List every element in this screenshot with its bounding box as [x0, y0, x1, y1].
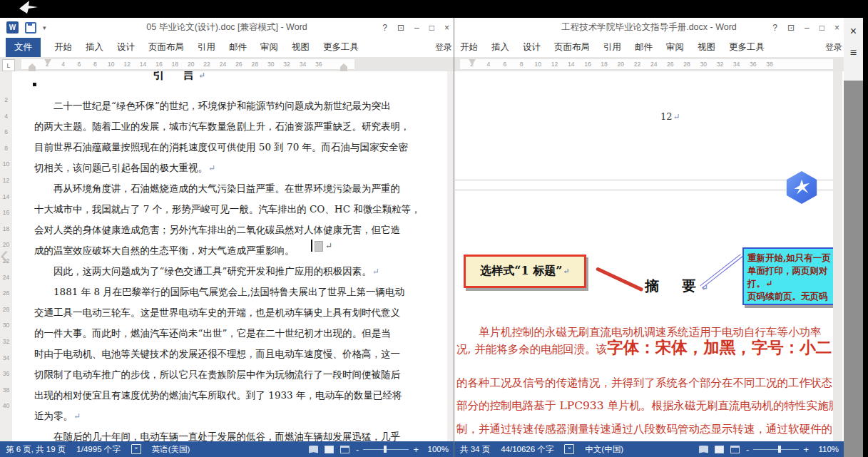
proofing-status-icon[interactable]: × — [564, 444, 574, 454]
menu-tab[interactable]: 视图 — [698, 41, 715, 53]
left-vertical-scrollbar[interactable] — [447, 71, 454, 441]
document-line[interactable]: 时由于电动机、电池等关键技术的发展还很不理想，而且电动车速度慢、价格高，这一 — [34, 344, 375, 364]
web-layout-icon[interactable] — [730, 446, 740, 453]
menu-tab[interactable]: 开始 — [460, 41, 478, 53]
menu-tab[interactable]: 页面布局 — [148, 41, 184, 53]
right-document-page[interactable]: 12↵ 选样式“1 标题”↵ 摘 要↵ 重新开始,如只有一页单面打印，两页则对打… — [455, 71, 833, 441]
document-line[interactable]: 目前世界石油蕴藏量按照现在的消耗速度仅可供使用 50 到 70 年。而石油与国家… — [34, 137, 375, 158]
page-info[interactable]: 第 6 页, 共 19 页 — [6, 444, 66, 455]
help-icon[interactable]: ? — [382, 23, 387, 33]
menu-tab[interactable]: 邮件 — [229, 41, 247, 53]
ruler-number: 24 — [645, 61, 662, 68]
left-document-page[interactable]: 引 言↵ 二十一世纪是“绿色环保”的世纪，环境保护和能源节约问题成为新世纪最为突… — [12, 71, 448, 441]
file-tab[interactable]: 文件 — [6, 38, 41, 57]
document-line-red[interactable]: 的各种工况及信号的传递情况，并得到了系统各个部分在不同工况的工作状态 — [456, 371, 832, 391]
document-line-red[interactable]: 况, 并能将多余的电能回溃。该字体：宋体，加黑，字号：小二 — [456, 337, 832, 359]
maximize-icon[interactable]: □ — [429, 23, 434, 33]
ruler-number: 12 — [0, 173, 12, 189]
document-line[interactable]: 在随后的几十年间，电动车辆一直处于发展的低谷，而燃油车辆却发展迅猛，几乎 — [34, 426, 375, 441]
menu-tab[interactable]: 审阅 — [666, 41, 684, 53]
read-mode-icon[interactable] — [309, 446, 318, 453]
right-title-bar[interactable]: 工程技术学院毕业论文指导手册.docx - Word ? ⊡ – □ × — [454, 18, 844, 37]
save-icon[interactable] — [25, 22, 36, 34]
document-line[interactable]: 成的温室效应破坏大自然的生态平衡，对大气造成严重影响。 — [34, 240, 375, 261]
menu-tab[interactable]: 插入 — [86, 41, 103, 53]
ruler-number: 26 — [0, 285, 12, 302]
language-status[interactable]: 英语(美国) — [152, 444, 190, 455]
right-horizontal-ruler[interactable]: 2468101214161820222426283032343638 — [454, 57, 844, 71]
left-horizontal-ruler[interactable]: L 24681012141618202224262830323436 — [0, 57, 454, 71]
page-info[interactable]: 共 34 页 — [460, 444, 490, 455]
document-line[interactable]: 二十一世纪是“绿色环保”的世纪，环境保护和能源节约问题成为新世纪最为突出 — [34, 96, 375, 116]
ruler-number: 28 — [0, 302, 12, 318]
menu-tab[interactable]: 引用 — [198, 41, 215, 53]
qat-customize-icon[interactable]: ▾ — [43, 24, 46, 31]
print-layout-icon[interactable] — [715, 446, 724, 453]
zoom-slider[interactable] — [753, 446, 799, 453]
menu-tab[interactable]: 页面布局 — [554, 41, 590, 53]
previous-chevron-icon[interactable]: ‹ — [0, 241, 9, 269]
zoom-level[interactable]: 110% — [813, 445, 839, 453]
help-icon[interactable]: ? — [772, 23, 777, 33]
zoom-in-button[interactable]: + — [413, 444, 419, 455]
document-line[interactable]: 的两大主题。随着工业的发展，城市汽车数量急剧上升，石油资源严重缺乏。研究表明， — [34, 116, 375, 137]
menu-tab[interactable]: 邮件 — [635, 41, 653, 53]
menu-tab[interactable]: 设计 — [117, 41, 135, 53]
sign-in-link[interactable]: 登录 — [435, 41, 452, 53]
close-icon[interactable]: × — [444, 23, 449, 33]
language-status[interactable]: 中文(中国) — [585, 444, 623, 455]
proofing-status-icon[interactable]: × — [131, 444, 141, 454]
menu-tab[interactable]: 插入 — [491, 41, 509, 53]
zoom-slider-thumb[interactable] — [384, 446, 387, 453]
document-line[interactable]: 交通工具一电动三轮车。这是世界电动车史的开端，也是机动车辆史上具有划时代意义 — [34, 302, 375, 323]
zoom-in-button[interactable]: + — [803, 444, 809, 455]
menu-tab[interactable]: 更多工具 — [729, 41, 765, 53]
ruler-number: 18 — [596, 61, 613, 68]
tab-selector[interactable]: L — [2, 59, 15, 71]
zoom-slider[interactable] — [363, 446, 409, 453]
ruler-number: 18 — [167, 61, 183, 68]
document-line[interactable]: 的一件大事。而此时，燃油汽车还尚未“出世”，它是在二十世纪初才出现的。但是当 — [34, 323, 375, 344]
print-layout-icon[interactable] — [325, 446, 334, 453]
zoom-out-button[interactable]: - — [356, 444, 359, 455]
maximize-icon[interactable]: □ — [820, 23, 824, 33]
ribbon-display-icon[interactable]: ⊡ — [787, 23, 795, 33]
close-icon[interactable]: × — [834, 23, 839, 33]
zoom-slider-thumb[interactable] — [778, 446, 781, 453]
document-line[interactable]: 出现的相对便宜且有速度优势的燃油汽车所取代。到了 1933 年，电动车的数量已经… — [34, 385, 375, 406]
document-line[interactable]: 会对人类的身体健康造成危害；另外汽车排出的二氧化碳虽然对人体健康无害，但它造 — [34, 220, 375, 240]
quick-access-toolbar: W ▾ — [0, 21, 46, 34]
right-vertical-scrollbar[interactable] — [833, 71, 842, 441]
menu-tab[interactable]: 更多工具 — [323, 41, 359, 53]
menu-tab[interactable]: 审阅 — [260, 41, 278, 53]
web-layout-icon[interactable] — [340, 446, 349, 453]
document-line-red[interactable]: 制，并通过转速传感器测量转速通过八段数码管动态显示转速，通过软硬件的 — [456, 418, 832, 437]
left-title-bar[interactable]: 05 毕业论文(设计).doc [兼容模式] - Word W ▾ ? ⊡ – … — [0, 18, 454, 37]
document-line[interactable]: 切相关，该问题己引起各国的极大重视。↵ — [34, 158, 375, 178]
menu-tab[interactable]: 设计 — [523, 41, 541, 53]
panel-close-icon[interactable]: × — [850, 26, 857, 36]
document-line[interactable]: 因此，这两大问题成为了“绿色交通工具”研究开发和推广应用的积极因素。↵ — [34, 261, 375, 282]
back-arrow-icon[interactable] — [17, 0, 40, 17]
menu-tab[interactable]: 视图 — [292, 41, 310, 53]
minimize-icon[interactable]: – — [414, 23, 419, 33]
ruler-number: 10 — [530, 61, 546, 68]
word-count[interactable]: 1/4995 个字 — [76, 444, 120, 455]
document-line[interactable]: 再从环境角度讲，石油燃烧造成的大气污染日益严重。在世界环境污染最为严重的 — [34, 178, 375, 199]
panel-menu-icon[interactable]: ≡ — [850, 48, 857, 58]
document-line-red[interactable]: 部分的控制电路基于 LPC933 单片机。根据永磁无刷直流电动机的特性实施脉 — [456, 394, 833, 414]
menu-tab[interactable]: 引用 — [603, 41, 621, 53]
sign-in-link[interactable]: 登录 — [825, 41, 842, 53]
menu-tab[interactable]: 开始 — [54, 41, 72, 53]
word-count[interactable]: 44/10626 个字 — [501, 444, 553, 455]
document-line[interactable]: 切限制了电动车推广的步伐，所以它只在贵族阶层中作为玩物流行了一段时间便被随后 — [34, 364, 375, 385]
ribbon-display-icon[interactable]: ⊡ — [397, 23, 404, 33]
zoom-out-button[interactable]: - — [746, 444, 749, 455]
document-line[interactable]: 近为零。↵ — [34, 406, 375, 426]
minimize-icon[interactable]: – — [805, 23, 810, 33]
screen: 05 毕业论文(设计).doc [兼容模式] - Word W ▾ ? ⊡ – … — [0, 0, 868, 457]
document-line[interactable]: 1881 年 8 月在巴黎举行的国际电气展览会上,法国特鲁夫展出了世界上第一辆电… — [34, 282, 375, 302]
read-mode-icon[interactable] — [699, 446, 708, 453]
document-line[interactable]: 十大城市中，我国就占了 7 个，形势严峻可见一般。汽车排出的 CO、HC 和微尘… — [34, 199, 375, 220]
zoom-level[interactable]: 100% — [423, 445, 449, 453]
